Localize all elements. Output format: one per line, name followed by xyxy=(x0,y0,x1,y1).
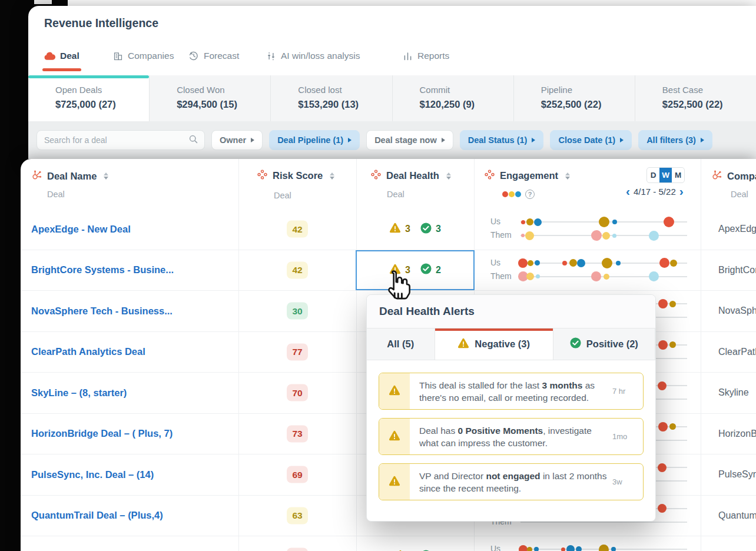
period-option-d[interactable]: D xyxy=(647,168,659,182)
chip-label: Deal Status (1) xyxy=(468,135,528,145)
chip-label: All filters (3) xyxy=(646,135,696,145)
engagement-dot xyxy=(535,260,540,265)
search-input[interactable] xyxy=(44,135,188,145)
card-label: Open Deals xyxy=(55,85,143,95)
deal-name-link[interactable]: QuantumTrail Deal – (Plus,4) xyxy=(31,496,163,536)
popup-tab-all-5-[interactable]: All (5) xyxy=(367,328,435,360)
nav-tab-companies[interactable]: Companies xyxy=(113,47,174,65)
sort-toggle-icon[interactable] xyxy=(330,172,334,180)
warning-icon xyxy=(389,223,401,235)
alert-stripe xyxy=(379,464,410,500)
engagement-dot xyxy=(526,218,533,225)
deal-name-link[interactable]: ApexEdge - New Deal xyxy=(31,209,131,250)
summary-card-best-case[interactable]: Best Case$252,500 (22) xyxy=(635,75,756,121)
deal-health-alerts-popup: Deal Health Alerts All (5)Negative (3)Po… xyxy=(366,294,656,522)
period-toggle[interactable]: DWM xyxy=(646,167,685,183)
deal-name-header[interactable]: Deal Name xyxy=(31,170,108,182)
engagement-dot xyxy=(612,220,617,224)
negative-count: 3 xyxy=(405,265,410,276)
engagement-dot xyxy=(526,273,534,280)
help-icon[interactable]: ? xyxy=(525,190,535,199)
background-window-nub xyxy=(34,0,52,4)
filter-chip-all-filters-3-[interactable]: All filters (3) xyxy=(638,130,712,150)
card-label: Closed Won xyxy=(177,85,264,95)
engagement-dot xyxy=(521,234,525,237)
revenue-intelligence-panel: Revenue Intelligence DealCompaniesForeca… xyxy=(28,6,756,159)
summary-card-pipeline[interactable]: Pipeline$252,500 (22) xyxy=(513,75,635,121)
filter-chip-deal-stage-now[interactable]: Deal stage now xyxy=(366,130,453,150)
nav-tab-forecast[interactable]: Forecast xyxy=(188,47,239,65)
filter-chip-deal-status-1-[interactable]: Deal Status (1) xyxy=(460,130,544,150)
caret-right-icon xyxy=(532,138,535,142)
card-value: $120,250 (9) xyxy=(420,99,508,110)
ai-winloss-icon xyxy=(266,51,276,61)
alert-timestamp: 7 hr xyxy=(612,373,643,409)
moments-icon xyxy=(371,170,381,182)
filter-chip-deal-pipeline-1-[interactable]: Deal Pipeline (1) xyxy=(269,130,360,150)
table-row[interactable]: ApexEdge - New Deal4233UsThemApexEdge xyxy=(21,209,756,250)
engagement-dot xyxy=(534,218,542,226)
nav-tab-reports[interactable]: Reports xyxy=(403,47,449,65)
health-alert-card[interactable]: This deal is stalled for the last 3 mont… xyxy=(379,373,644,410)
popup-tab-positive-2-[interactable]: Positive (2) xyxy=(553,328,655,360)
chevron-left-icon[interactable]: ‹ xyxy=(626,186,630,197)
filter-chips: OwnerDeal Pipeline (1)Deal stage nowDeal… xyxy=(211,130,712,150)
search-deal-box[interactable] xyxy=(37,130,205,150)
deal-health-cell[interactable] xyxy=(356,536,474,551)
deal-name-link[interactable]: ClearPath Analytics Deal xyxy=(31,332,145,373)
health-alert-card[interactable]: Deal has 0 Positive Moments, investigate… xyxy=(379,418,644,455)
sort-toggle-icon[interactable] xyxy=(446,172,451,180)
table-row[interactable]: UsThem xyxy=(21,536,756,551)
period-option-w[interactable]: W xyxy=(659,168,672,182)
moments-icon xyxy=(485,170,495,182)
table-row[interactable]: BrightCore Systems - Busine...4232UsThem… xyxy=(21,250,756,291)
health-alert-card[interactable]: VP and Director not engaged in last 2 mo… xyxy=(379,463,644,500)
risk-score-badge: 73 xyxy=(287,425,308,442)
summary-card-closed-lost[interactable]: Closed lost$153,290 (13) xyxy=(270,75,392,121)
engagement-dot xyxy=(659,258,669,268)
popup-tab-label: All (5) xyxy=(387,338,414,350)
deal-health-cell[interactable]: 32 xyxy=(356,250,474,291)
risk-score-badge: 69 xyxy=(287,466,308,483)
filter-chip-close-date-1-[interactable]: Close Date (1) xyxy=(550,130,632,150)
legend-dot-icon xyxy=(509,191,515,197)
deal-health-cell[interactable]: 33 xyxy=(356,209,474,250)
engagement-dot xyxy=(599,545,609,551)
us-label: Us xyxy=(490,544,500,551)
nav-tab-ai-win-loss-analysis[interactable]: AI win/loss analysis xyxy=(266,47,360,65)
engagement-dot xyxy=(566,545,575,551)
deal-name-link[interactable]: PulseSync, Inc. Deal – (14) xyxy=(31,454,154,495)
popup-tab-negative-3-[interactable]: Negative (3) xyxy=(435,328,553,360)
risk-score-badge xyxy=(287,548,308,551)
chevron-right-icon[interactable]: › xyxy=(679,186,684,197)
deal-health-header-label: Deal Health xyxy=(386,170,439,181)
nav-tab-label: Companies xyxy=(128,51,174,61)
forecast-icon xyxy=(188,51,199,61)
company-name: ClearPath xyxy=(718,332,756,373)
chip-label: Close Date (1) xyxy=(558,135,615,145)
engagement-header[interactable]: Engagement xyxy=(485,170,570,182)
positive-count: 2 xyxy=(436,265,441,276)
deal-name-link[interactable]: NovaSphere Tech - Business... xyxy=(31,291,173,331)
card-value: $294,500 (15) xyxy=(177,99,264,110)
risk-score-header[interactable]: Risk Score xyxy=(257,170,334,182)
company-header[interactable]: Company xyxy=(711,170,756,182)
sort-toggle-icon[interactable] xyxy=(104,172,108,180)
chip-label: Deal stage now xyxy=(374,135,437,145)
summary-card-closed-won[interactable]: Closed Won$294,500 (15) xyxy=(149,75,270,121)
deal-name-link[interactable]: HorizonBridge Deal – ( Plus, 7) xyxy=(31,414,173,454)
deal-name-link[interactable]: SkyLine – (8, starter) xyxy=(31,373,127,413)
chip-label: Owner xyxy=(220,135,246,145)
period-option-m[interactable]: M xyxy=(672,168,684,182)
company-name: NovaSphe xyxy=(718,291,756,331)
sort-toggle-icon[interactable] xyxy=(565,172,570,180)
deal-health-header[interactable]: Deal Health xyxy=(371,170,451,182)
nav-tab-deal[interactable]: Deal xyxy=(44,47,79,65)
risk-score-header-label: Risk Score xyxy=(273,170,323,181)
deal-name-link[interactable]: BrightCore Systems - Busine... xyxy=(31,250,174,291)
deal-name-header-sub: Deal xyxy=(47,190,65,199)
alert-text: VP and Director not engaged in last 2 mo… xyxy=(410,464,612,500)
summary-card-commit[interactable]: Commit$120,250 (9) xyxy=(392,75,513,121)
filter-chip-owner[interactable]: Owner xyxy=(211,130,263,150)
summary-card-open-deals[interactable]: Open Deals$725,000 (27) xyxy=(28,75,149,121)
